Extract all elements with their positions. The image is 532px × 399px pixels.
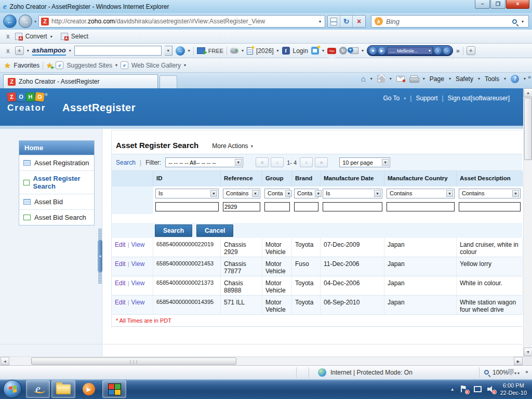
op-select-asset-description[interactable]: Contains [459, 189, 521, 198]
op-select-group[interactable]: Conta [264, 189, 290, 198]
media-volume-button[interactable]: ♪ [434, 47, 442, 55]
view-link[interactable]: View [131, 260, 145, 268]
media-minimize-button[interactable]: – [443, 47, 450, 55]
filter-input-group[interactable] [264, 202, 290, 211]
help-icon[interactable]: ? [511, 75, 519, 83]
sidebar-item-asset-bid-search[interactable]: Asset Bid Search [19, 209, 94, 225]
read-mail-icon[interactable] [396, 76, 405, 82]
home-icon[interactable]: ⌂ [361, 74, 366, 83]
zoom-level[interactable]: 100% [493, 369, 509, 376]
search-link[interactable]: Search [116, 159, 136, 166]
view-link[interactable]: View [131, 299, 145, 306]
column-header-brand[interactable]: Brand [292, 171, 321, 187]
sidebar-item-asset-registration[interactable]: Asset Registration [19, 155, 94, 170]
vertical-scroll-thumb[interactable] [524, 98, 532, 160]
convert-button[interactable]: Convert [25, 33, 47, 40]
notes-count-label[interactable]: [2026] [256, 47, 273, 55]
go-button[interactable]: → [176, 46, 185, 56]
home-dropdown[interactable]: ▾ [370, 76, 373, 81]
horizontal-scroll-thumb[interactable]: | | | [31, 357, 236, 365]
next-page-button[interactable]: › [300, 157, 313, 167]
add-button[interactable]: + [15, 46, 24, 55]
last-page-button[interactable]: » [315, 157, 328, 167]
scroll-right-button[interactable]: ▶ [514, 357, 523, 365]
web-slice-button[interactable]: Web Slice Gallery [131, 62, 181, 69]
goto-menu[interactable]: Go To [383, 95, 400, 102]
view-link[interactable]: View [131, 280, 145, 287]
free-label[interactable]: FREE [208, 48, 223, 54]
toolbar-close-icon[interactable]: x [4, 33, 12, 40]
facebook-login-label[interactable]: Login [293, 47, 308, 55]
horizontal-scrollbar[interactable]: ◄ | | | ▶ [0, 356, 523, 365]
minimize-button[interactable]: – [475, 0, 490, 9]
history-back-icon[interactable]: ↻ [339, 47, 347, 55]
first-page-button[interactable]: « [256, 157, 269, 167]
filter-input-manufacture-country[interactable] [387, 202, 455, 211]
op-select-id[interactable]: Is [155, 189, 219, 198]
filter-input-reference[interactable] [223, 202, 260, 211]
protected-mode-icon[interactable] [508, 369, 514, 376]
op-select-manufacture-country[interactable]: Contains [387, 189, 455, 198]
tv-icon[interactable] [350, 47, 358, 54]
add-favorite-icon[interactable]: ★ [46, 61, 53, 70]
scroll-down-button[interactable]: ▼ [524, 348, 532, 356]
go-dropdown[interactable]: ▾ [188, 48, 190, 53]
taskbar-item-explorer[interactable] [51, 380, 75, 398]
taskbar-item-media-player[interactable]: ▶ [77, 380, 101, 398]
toolbar-search-input[interactable] [74, 46, 162, 56]
tools-menu[interactable]: Tools [485, 75, 499, 83]
refresh-button[interactable]: ↻ [340, 16, 353, 27]
rss-feed-icon[interactable] [377, 75, 385, 83]
convert-dropdown[interactable]: ▾ [50, 34, 52, 39]
favorites-button[interactable]: Favorites [14, 62, 39, 69]
taskbar-item-windows-app[interactable] [102, 380, 126, 398]
tab-zoho-creator[interactable]: Z Zoho Creator - AssetRegister [3, 74, 158, 88]
print-dropdown[interactable]: ▾ [423, 76, 425, 81]
forward-button[interactable]: → [19, 15, 32, 28]
support-link[interactable]: Support [416, 95, 437, 102]
column-header-manufacture-date[interactable]: Manufacture Date [321, 171, 384, 187]
filter-input-id[interactable] [155, 202, 219, 211]
address-field[interactable]: Z http://creator.zoho.com/davidshiraku/a… [38, 15, 325, 28]
page-menu[interactable]: Page [430, 75, 444, 83]
taskbar-clock[interactable]: 6:00 PM 22-Dec-10 [500, 382, 527, 397]
tv-dropdown[interactable]: ▾ [362, 48, 364, 53]
rss-dropdown[interactable]: ▾ [390, 76, 392, 81]
taskbar-item-internet-explorer[interactable]: e [26, 380, 50, 398]
filter-input-brand[interactable] [294, 202, 318, 211]
suggested-sites-button[interactable]: Suggested Sites [66, 62, 112, 69]
splitter-collapse-handle[interactable]: ◄ [98, 240, 102, 272]
show-hidden-icons-button[interactable]: ▲ [450, 387, 455, 392]
maximize-button[interactable]: ❐ [490, 0, 506, 9]
history-dropdown[interactable]: ▾ [34, 19, 36, 24]
filter-select[interactable]: -- -- -- -- All-- -- -- -- [165, 157, 243, 167]
compatibility-view-button[interactable] [328, 16, 340, 27]
add-dropdown[interactable]: ▾ [27, 48, 29, 53]
close-button[interactable]: × [506, 0, 529, 9]
free-download-icon[interactable] [197, 47, 205, 54]
column-header-asset-description[interactable]: Asset Description [457, 171, 523, 187]
search-icon[interactable] [512, 19, 517, 24]
start-button[interactable] [3, 380, 22, 398]
column-header-group[interactable]: Group [262, 171, 292, 187]
bookmark-icon[interactable] [311, 47, 319, 55]
zoom-dropdown[interactable]: ▾ [514, 371, 516, 376]
toolbar-search-dropdown[interactable]: ▼ [165, 46, 172, 56]
bookmark-dropdown[interactable]: ▾ [322, 48, 324, 53]
help-dropdown[interactable]: ▾ [524, 76, 526, 81]
print-icon[interactable] [409, 75, 418, 82]
edit-link[interactable]: Edit [115, 241, 126, 248]
media-stop-button[interactable]: ■ [369, 47, 377, 55]
column-header-manufacture-country[interactable]: Manufacture Country [384, 171, 457, 187]
column-header-reference[interactable]: Reference [221, 171, 262, 187]
notes-dropdown[interactable]: ▾ [276, 48, 278, 53]
action-center-icon[interactable]: × [460, 385, 468, 393]
network-icon[interactable] [473, 385, 482, 393]
new-tab-button[interactable] [159, 75, 177, 88]
edit-link[interactable]: Edit [115, 280, 126, 287]
toolbar-close-icon[interactable]: x [4, 47, 12, 55]
media-play-button[interactable]: ▶ [378, 47, 385, 55]
sidebar-item-asset-register-search[interactable]: Asset Register Search [19, 170, 94, 194]
zoho-creator-logo[interactable]: Z O H O ® Creator [7, 92, 48, 113]
per-page-select[interactable]: 10 per page [339, 157, 390, 167]
